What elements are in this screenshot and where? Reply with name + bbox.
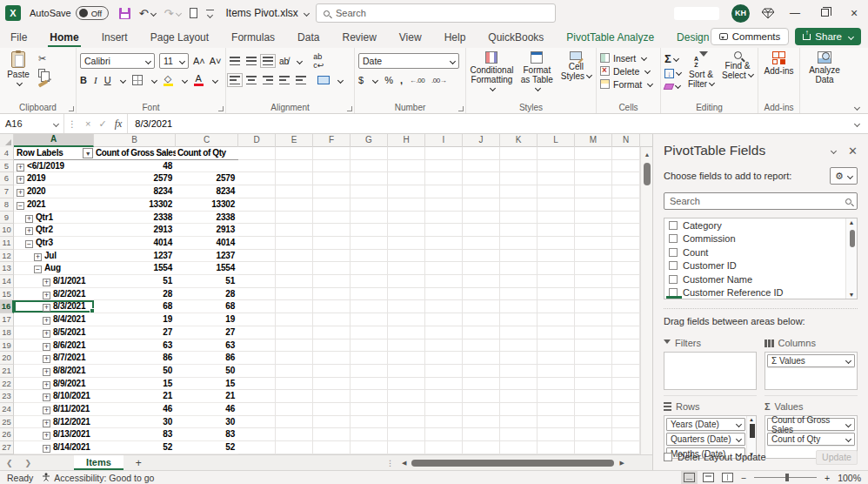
sheet-next-icon[interactable]: ❯ <box>19 459 38 467</box>
pivot-value-cell[interactable]: 8234 <box>94 185 176 198</box>
search-box[interactable]: Search <box>316 3 556 23</box>
empty-cell[interactable] <box>537 250 575 263</box>
expand-icon[interactable]: + <box>43 279 50 286</box>
pivot-label-cell[interactable]: −Aug <box>14 262 94 275</box>
expand-icon[interactable]: + <box>25 227 33 235</box>
alignment-dialog-launcher[interactable] <box>347 106 352 111</box>
horizontal-scroll-thumb[interactable] <box>411 460 614 467</box>
gem-icon[interactable] <box>762 8 774 19</box>
save-icon[interactable] <box>119 8 130 19</box>
pivot-value-cell[interactable]: Count of Qty <box>176 147 238 160</box>
empty-cell[interactable] <box>388 326 425 339</box>
expand-formula-bar-icon[interactable] <box>854 120 860 126</box>
formula-value[interactable]: 8/3/2021 <box>128 118 172 129</box>
fill-color-icon[interactable]: ◇ <box>164 74 173 86</box>
empty-cell[interactable] <box>537 160 575 173</box>
fields-search-input[interactable]: Search <box>664 192 858 210</box>
align-middle-icon[interactable] <box>246 57 257 65</box>
empty-cell[interactable] <box>500 441 537 454</box>
empty-cell[interactable] <box>575 172 612 185</box>
pivot-field-pill[interactable]: Years (Date) <box>666 418 745 431</box>
empty-cell[interactable] <box>238 147 276 160</box>
empty-cell[interactable] <box>351 339 388 353</box>
expand-icon[interactable]: + <box>43 304 50 312</box>
pill-chevron-icon[interactable] <box>736 421 742 427</box>
expand-icon[interactable]: + <box>43 432 50 440</box>
pivot-value-cell[interactable]: 2579 <box>176 172 238 185</box>
empty-cell[interactable] <box>313 237 351 250</box>
row-header-8[interactable]: 8 <box>0 198 14 212</box>
columns-area[interactable]: Σ Values <box>765 352 858 390</box>
empty-cell[interactable] <box>276 365 313 378</box>
pivot-label-cell[interactable]: +8/12/2021 <box>14 416 94 429</box>
pivot-value-cell[interactable]: 63 <box>94 339 176 353</box>
empty-cell[interactable] <box>500 416 537 429</box>
empty-cell[interactable] <box>463 147 500 160</box>
pill-chevron-icon[interactable] <box>845 421 851 427</box>
empty-cell[interactable] <box>351 172 388 185</box>
scroll-right-icon[interactable]: ▶ <box>617 460 626 467</box>
row-labels-filter-icon[interactable]: ▼ <box>83 148 93 158</box>
cancel-icon[interactable]: × <box>85 118 90 129</box>
fields-scroll-thumb[interactable] <box>850 230 855 247</box>
empty-cell[interactable] <box>388 262 425 275</box>
empty-cell[interactable] <box>238 262 276 275</box>
empty-cell[interactable] <box>575 237 612 250</box>
pivot-value-cell[interactable]: 2579 <box>94 172 176 185</box>
select-all-corner[interactable] <box>0 134 14 147</box>
empty-cell[interactable] <box>276 326 313 339</box>
empty-cell[interactable] <box>351 416 388 429</box>
empty-cell[interactable] <box>537 416 575 429</box>
empty-cell[interactable] <box>500 185 537 198</box>
empty-cell[interactable] <box>388 224 425 237</box>
menu-tab-page-layout[interactable]: Page Layout <box>149 28 210 47</box>
pivot-value-cell[interactable]: Count of Gross Sales <box>94 147 176 160</box>
empty-cell[interactable] <box>425 300 463 313</box>
pane-options-chevron-icon[interactable] <box>831 147 837 153</box>
empty-cell[interactable] <box>612 198 640 212</box>
new-sheet-button[interactable]: + <box>124 457 154 469</box>
empty-cell[interactable] <box>537 224 575 237</box>
align-top-icon[interactable] <box>230 57 240 65</box>
empty-cell[interactable] <box>238 288 276 301</box>
empty-cell[interactable] <box>575 262 612 275</box>
empty-cell[interactable] <box>276 339 313 353</box>
empty-cell[interactable] <box>351 237 388 250</box>
menu-tab-file[interactable]: File <box>9 28 29 47</box>
font-name-select[interactable]: Calibri <box>80 53 155 69</box>
field-checkbox[interactable] <box>669 275 678 284</box>
empty-cell[interactable] <box>313 313 351 326</box>
empty-cell[interactable] <box>612 212 640 225</box>
empty-cell[interactable] <box>238 339 276 353</box>
empty-cell[interactable] <box>575 352 612 365</box>
empty-cell[interactable] <box>351 198 388 212</box>
empty-cell[interactable] <box>463 339 500 353</box>
empty-cell[interactable] <box>388 416 425 429</box>
empty-cell[interactable] <box>425 237 463 250</box>
empty-cell[interactable] <box>388 160 425 173</box>
pill-chevron-icon[interactable] <box>845 358 851 364</box>
empty-cell[interactable] <box>537 147 575 160</box>
pivot-value-cell[interactable]: 86 <box>176 352 238 365</box>
empty-cell[interactable] <box>238 250 276 263</box>
pivot-value-cell[interactable]: 46 <box>176 403 238 416</box>
menu-tab-design[interactable]: Design <box>675 28 711 47</box>
empty-cell[interactable] <box>575 288 612 301</box>
number-format-select[interactable]: Date <box>358 53 459 69</box>
merge-chevron-icon[interactable] <box>337 77 344 83</box>
empty-cell[interactable] <box>425 262 463 275</box>
pivot-label-cell[interactable]: +8/5/2021 <box>14 326 94 339</box>
empty-cell[interactable] <box>612 160 640 173</box>
empty-cell[interactable] <box>276 198 313 212</box>
empty-cell[interactable] <box>463 352 500 365</box>
column-header-h[interactable]: H <box>388 134 425 147</box>
pivot-value-cell[interactable]: 63 <box>176 339 238 353</box>
pivot-value-cell[interactable]: 2338 <box>94 212 176 225</box>
empty-cell[interactable] <box>388 185 425 198</box>
empty-cell[interactable] <box>575 185 612 198</box>
pivot-value-cell[interactable]: 21 <box>94 390 176 403</box>
empty-cell[interactable] <box>313 198 351 212</box>
empty-cell[interactable] <box>463 365 500 378</box>
expand-icon[interactable]: + <box>43 292 50 299</box>
empty-cell[interactable] <box>612 326 640 339</box>
